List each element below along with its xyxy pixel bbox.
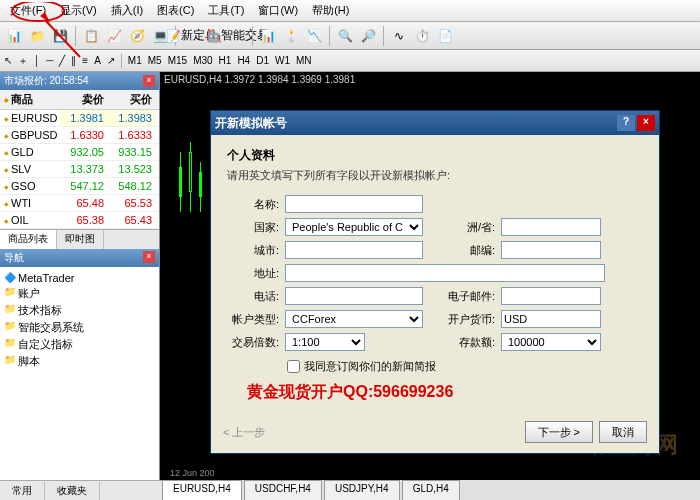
new-order-button[interactable]: 📝新定单 <box>181 26 201 46</box>
tf-w1[interactable]: W1 <box>275 55 290 66</box>
nav-close-icon[interactable]: × <box>143 251 155 263</box>
input-address[interactable] <box>285 264 605 282</box>
col-ask[interactable]: 买价 <box>108 90 156 109</box>
price-row[interactable]: GSO547.12548.12 <box>0 178 159 195</box>
col-symbol[interactable]: 商品 <box>0 90 60 109</box>
save-icon[interactable]: 💾 <box>50 26 70 46</box>
nav-experts[interactable]: 智能交易系统 <box>4 319 155 336</box>
toolbar-main: 📊 📁 💾 📋 📈 🧭 💻 📝新定单 ✏️ 🤖智能交易 📊 🕯️ 📉 🔍 🔎 ∿… <box>0 22 700 50</box>
tf-m15[interactable]: M15 <box>168 55 187 66</box>
price-row[interactable]: SLV13.37313.523 <box>0 161 159 178</box>
nav-accounts[interactable]: 账户 <box>4 285 155 302</box>
zoom-out-icon[interactable]: 🔎 <box>358 26 378 46</box>
new-demo-account-dialog: 开新模拟帐号 ? × 个人资料 请用英文填写下列所有字段以开设新模拟帐户: 名称… <box>210 110 660 454</box>
marketwatch-title: 市场报价: 20:58:54 × <box>0 72 159 90</box>
col-bid[interactable]: 卖价 <box>60 90 108 109</box>
candle-chart-icon[interactable]: 🕯️ <box>281 26 301 46</box>
tf-d1[interactable]: D1 <box>256 55 269 66</box>
nav-root[interactable]: MetaTrader <box>4 271 155 285</box>
tf-m30[interactable]: M30 <box>193 55 212 66</box>
select-country[interactable]: People's Republic of C <box>285 218 423 236</box>
menu-help[interactable]: 帮助(H) <box>306 1 355 20</box>
dialog-close-icon[interactable]: × <box>637 115 655 131</box>
tab-symbols[interactable]: 商品列表 <box>0 230 57 249</box>
input-phone[interactable] <box>285 287 423 305</box>
toolbar-drawing: ↖ ＋ │ ─ ╱ ∥ ≡ A ↗ M1 M5 M15 M30 H1 H4 D1… <box>0 50 700 72</box>
price-row[interactable]: EURUSD1.39811.3983 <box>0 110 159 127</box>
tf-m5[interactable]: M5 <box>148 55 162 66</box>
cancel-button[interactable]: 取消 <box>599 421 647 443</box>
open-icon[interactable]: 📁 <box>27 26 47 46</box>
charttab-eurusd[interactable]: EURUSD,H4 <box>162 480 242 500</box>
nav-indicators[interactable]: 技术指标 <box>4 302 155 319</box>
input-currency[interactable] <box>501 310 601 328</box>
charttab-usdchf[interactable]: USDCHF,H4 <box>244 480 322 500</box>
crosshair-icon[interactable]: ＋ <box>18 54 28 68</box>
section-personal: 个人资料 <box>227 147 643 164</box>
next-button[interactable]: 下一步 > <box>525 421 593 443</box>
input-state[interactable] <box>501 218 601 236</box>
input-city[interactable] <box>285 241 423 259</box>
navigator-icon[interactable]: 🧭 <box>127 26 147 46</box>
tf-mn[interactable]: MN <box>296 55 312 66</box>
arrow-icon[interactable]: ↗ <box>107 55 115 66</box>
input-zip[interactable] <box>501 241 601 259</box>
autotrade-button[interactable]: 🤖智能交易 <box>227 26 247 46</box>
vline-icon[interactable]: │ <box>34 55 40 66</box>
chart-xlabel: 12 Jun 200 <box>170 468 215 478</box>
input-email[interactable] <box>501 287 601 305</box>
chart-title: EURUSD,H4 1.3972 1.3984 1.3969 1.3981 <box>164 74 355 85</box>
price-row[interactable]: GLD932.05933.15 <box>0 144 159 161</box>
menu-insert[interactable]: 插入(I) <box>105 1 149 20</box>
menu-window[interactable]: 窗口(W) <box>252 1 304 20</box>
text-icon[interactable]: A <box>94 55 101 66</box>
dialog-hint: 请用英文填写下列所有字段以开设新模拟帐户: <box>227 168 643 183</box>
line-chart-icon[interactable]: 📉 <box>304 26 324 46</box>
menu-view[interactable]: 显示(V) <box>54 1 103 20</box>
nav-scripts[interactable]: 脚本 <box>4 353 155 370</box>
label-email: 电子邮件: <box>439 289 495 304</box>
marketwatch-close-icon[interactable]: × <box>143 75 155 87</box>
channel-icon[interactable]: ∥ <box>71 55 76 66</box>
input-name[interactable] <box>285 195 423 213</box>
tf-h4[interactable]: H4 <box>237 55 250 66</box>
select-leverage[interactable]: 1:100 <box>285 333 365 351</box>
tf-h1[interactable]: H1 <box>219 55 232 66</box>
select-deposit[interactable]: 100000 <box>501 333 601 351</box>
tf-m1[interactable]: M1 <box>128 55 142 66</box>
profile-icon[interactable]: 📋 <box>81 26 101 46</box>
tab-favorites[interactable]: 收藏夹 <box>45 482 100 500</box>
promo-banner: 黄金现货开户QQ:596699236 <box>247 382 643 403</box>
templates-icon[interactable]: 📄 <box>435 26 455 46</box>
price-row[interactable]: OIL65.3865.43 <box>0 212 159 229</box>
tab-common[interactable]: 常用 <box>0 482 45 500</box>
label-city: 城市: <box>227 243 279 258</box>
menu-file[interactable]: 文件(F) <box>4 1 52 20</box>
zoom-in-icon[interactable]: 🔍 <box>335 26 355 46</box>
marketwatch-icon[interactable]: 📈 <box>104 26 124 46</box>
charttab-gld[interactable]: GLD,H4 <box>402 480 460 500</box>
menu-chart[interactable]: 图表(C) <box>151 1 200 20</box>
tab-tickchart[interactable]: 即时图 <box>57 230 104 249</box>
trendline-icon[interactable]: ╱ <box>59 55 65 66</box>
menu-tools[interactable]: 工具(T) <box>202 1 250 20</box>
periods-icon[interactable]: ⏱️ <box>412 26 432 46</box>
price-row[interactable]: WTI65.4865.53 <box>0 195 159 212</box>
indicators-icon[interactable]: ∿ <box>389 26 409 46</box>
marketwatch-tabs: 商品列表 即时图 <box>0 229 159 249</box>
price-row[interactable]: GBPUSD1.63301.6333 <box>0 127 159 144</box>
hline-icon[interactable]: ─ <box>46 55 53 66</box>
back-button[interactable]: < 上一步 <box>223 425 265 440</box>
nav-custom[interactable]: 自定义指标 <box>4 336 155 353</box>
dialog-help-icon[interactable]: ? <box>617 115 635 131</box>
checkbox-newsletter[interactable] <box>287 360 300 373</box>
dialog-titlebar[interactable]: 开新模拟帐号 ? × <box>211 111 659 135</box>
label-leverage: 交易倍数: <box>227 335 279 350</box>
cursor-icon[interactable]: ↖ <box>4 55 12 66</box>
bar-chart-icon[interactable]: 📊 <box>258 26 278 46</box>
select-accttype[interactable]: CCForex <box>285 310 423 328</box>
charttab-usdjpy[interactable]: USDJPY,H4 <box>324 480 400 500</box>
fibo-icon[interactable]: ≡ <box>82 55 88 66</box>
new-chart-icon[interactable]: 📊 <box>4 26 24 46</box>
menu-bar: 文件(F) 显示(V) 插入(I) 图表(C) 工具(T) 窗口(W) 帮助(H… <box>0 0 700 22</box>
